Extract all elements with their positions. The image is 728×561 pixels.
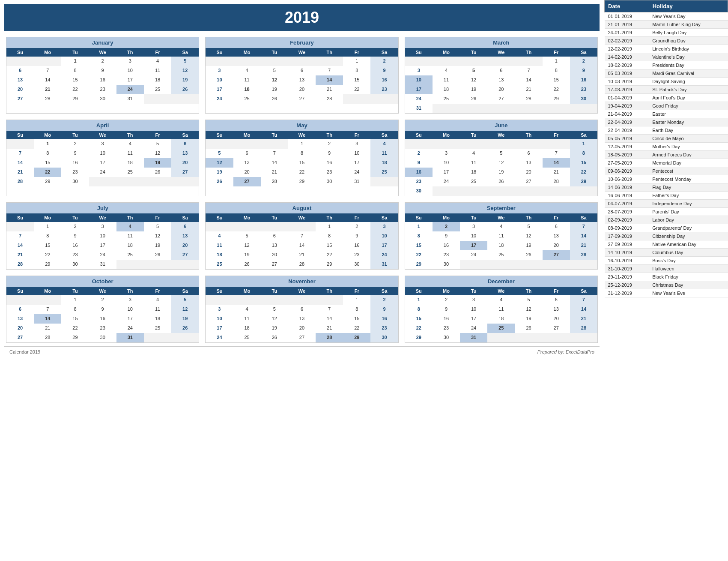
- day-cell: 12: [515, 231, 542, 241]
- holiday-name: Black Friday: [649, 273, 728, 281]
- day-cell: [206, 139, 233, 149]
- day-cell: 18: [460, 168, 487, 177]
- day-cell: 19: [171, 314, 199, 324]
- day-cell: 2: [89, 295, 116, 305]
- day-cell: 26: [144, 168, 171, 177]
- holiday-name: Labor Day: [649, 216, 728, 224]
- day-cell: 24: [370, 250, 398, 260]
- day-cell: 8: [405, 305, 433, 314]
- day-cell: 30: [405, 186, 433, 196]
- day-header-su: Su: [206, 48, 233, 57]
- day-cell: 22: [288, 168, 316, 177]
- day-cell: [34, 295, 61, 305]
- day-cell: 27: [543, 324, 570, 333]
- day-cell: 3: [460, 222, 487, 231]
- day-header-su: Su: [405, 213, 433, 222]
- day-header-mo: Mo: [233, 213, 261, 222]
- day-cell: 9: [61, 231, 89, 241]
- day-header-su: Su: [206, 287, 233, 295]
- day-cell: 19: [144, 241, 171, 250]
- holiday-row: 29-11-2019Black Friday: [605, 273, 728, 281]
- day-cell: [460, 139, 487, 149]
- day-cell: 23: [61, 168, 89, 177]
- day-cell: 6: [6, 305, 34, 314]
- day-cell: 25: [144, 85, 171, 94]
- day-cell: 13: [487, 75, 515, 85]
- day-cell: [144, 177, 171, 186]
- holiday-name: Parents' Day: [649, 208, 728, 216]
- holiday-date: 24-01-2019: [605, 29, 649, 37]
- day-header-we: We: [487, 48, 515, 57]
- day-cell: 9: [370, 305, 398, 314]
- day-cell: [171, 333, 199, 342]
- day-cell: [405, 57, 433, 66]
- holiday-row: 24-01-2019Belly Laugh Day: [605, 29, 728, 37]
- day-header-mo: Mo: [233, 48, 261, 57]
- holiday-date: 28-07-2019: [605, 208, 649, 216]
- day-cell: 15: [405, 314, 433, 324]
- day-cell: 4: [433, 66, 460, 75]
- day-cell: 21: [316, 85, 343, 94]
- day-headers: SuMoTuWeThFrSa: [6, 287, 199, 295]
- day-cell: [261, 295, 288, 305]
- day-cell: [116, 260, 144, 269]
- day-headers: SuMoTuWeThFrSa: [6, 48, 199, 57]
- day-cell: [515, 57, 542, 66]
- day-header-mo: Mo: [433, 287, 460, 295]
- holiday-name: New Year's Eve: [649, 289, 728, 297]
- day-header-tu: Tu: [261, 131, 288, 139]
- day-cell: [570, 104, 597, 113]
- day-cell: [570, 186, 597, 196]
- day-cell: 15: [570, 158, 597, 168]
- days-grid: 1234567891011121314151617181920212223242…: [6, 139, 199, 186]
- day-cell: 7: [316, 66, 343, 75]
- day-cell: 13: [515, 158, 542, 168]
- holiday-date: 19-04-2019: [605, 102, 649, 110]
- day-cell: 1: [288, 139, 316, 149]
- day-cell: 15: [316, 241, 343, 250]
- day-cell: 29: [570, 177, 597, 186]
- day-cell: 20: [543, 241, 570, 250]
- day-cell: 12: [261, 75, 288, 85]
- holiday-name: Easter: [649, 110, 728, 118]
- day-cell: 25: [233, 94, 261, 104]
- day-header-fr: Fr: [144, 131, 171, 139]
- day-cell: 19: [515, 314, 542, 324]
- holiday-row: 08-09-2019Grandparents' Day: [605, 224, 728, 232]
- day-cell: 7: [34, 305, 61, 314]
- day-headers: SuMoTuWeThFrSa: [405, 213, 597, 222]
- day-cell: 9: [433, 305, 460, 314]
- day-cell: 22: [570, 168, 597, 177]
- day-cell: [233, 139, 261, 149]
- day-cell: 1: [316, 222, 343, 231]
- day-cell: 16: [61, 241, 89, 250]
- day-cell: 17: [433, 168, 460, 177]
- day-cell: 5: [460, 66, 487, 75]
- day-cell: 11: [116, 149, 144, 158]
- day-cell: 14: [34, 314, 61, 324]
- day-cell: 23: [370, 85, 398, 94]
- day-header-fr: Fr: [543, 213, 570, 222]
- day-cell: 26: [171, 85, 199, 94]
- day-cell: 6: [288, 66, 316, 75]
- day-cell: 1: [405, 222, 433, 231]
- month-title-december: December: [405, 276, 597, 287]
- day-cell: 16: [433, 314, 460, 324]
- holiday-row: 14-06-2019Flag Day: [605, 183, 728, 192]
- day-cell: 13: [6, 75, 34, 85]
- day-cell: 20: [515, 168, 542, 177]
- day-header-mo: Mo: [233, 131, 261, 139]
- day-cell: 3: [89, 139, 116, 149]
- day-cell: 30: [316, 177, 343, 186]
- holiday-date: 12-05-2019: [605, 143, 649, 151]
- day-cell: 18: [487, 314, 515, 324]
- day-cell: [6, 222, 34, 231]
- day-cell: 23: [89, 324, 116, 333]
- day-header-th: Th: [316, 287, 343, 295]
- day-header-sa: Sa: [370, 48, 398, 57]
- day-cell: 27: [261, 260, 288, 269]
- day-cell: 23: [89, 85, 116, 94]
- day-cell: 19: [233, 250, 261, 260]
- day-header-th: Th: [515, 213, 542, 222]
- day-header-tu: Tu: [61, 287, 89, 295]
